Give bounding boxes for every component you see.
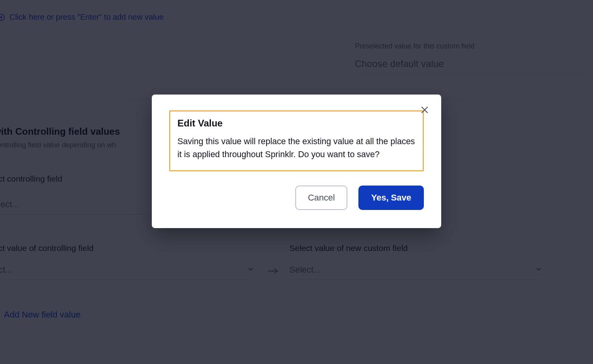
cancel-button[interactable]: Cancel (295, 186, 347, 210)
modal-highlight-box: Edit Value Saving this value will replac… (169, 110, 424, 171)
modal-overlay: Edit Value Saving this value will replac… (0, 0, 593, 364)
modal-actions: Cancel Yes, Save (169, 186, 424, 210)
modal-title: Edit Value (177, 118, 416, 129)
close-button[interactable] (418, 104, 431, 117)
edit-value-modal: Edit Value Saving this value will replac… (152, 95, 441, 228)
close-icon (421, 106, 429, 115)
confirm-save-button[interactable]: Yes, Save (358, 186, 424, 210)
modal-body-text: Saving this value will replace the exist… (177, 135, 416, 162)
